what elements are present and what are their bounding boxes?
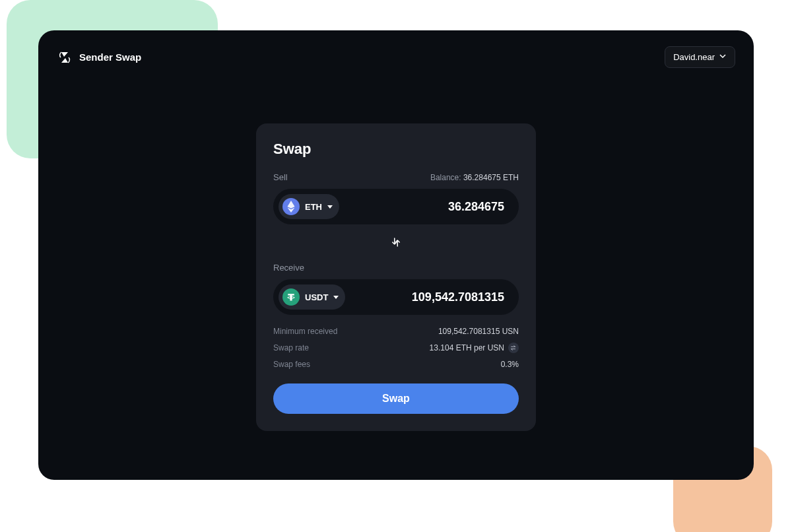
receive-token-selector[interactable]: USDT xyxy=(279,284,345,310)
swap-fees-row: Swap fees 0.3% xyxy=(273,360,519,369)
swap-direction-button[interactable] xyxy=(387,234,405,253)
receive-section-head: Receive xyxy=(273,263,519,273)
sell-amount[interactable]: 36.284675 xyxy=(448,200,513,214)
app-header: Sender Swap David.near xyxy=(57,46,735,68)
swap-card: Swap Sell Balance: 36.284675 ETH ETH 36.… xyxy=(256,123,536,431)
receive-token-row: USDT 109,542.7081315 xyxy=(273,279,519,315)
app-title: Sender Swap xyxy=(79,51,141,63)
app-logo-icon xyxy=(57,50,73,65)
balance-value: 36.284675 ETH xyxy=(463,173,519,182)
ethereum-icon xyxy=(282,198,300,215)
swap-horizontal-icon xyxy=(510,345,517,351)
swap-button[interactable]: Swap xyxy=(273,383,519,414)
balance-prefix: Balance: xyxy=(430,173,463,182)
swap-arrows-icon xyxy=(390,236,402,248)
receive-label: Receive xyxy=(273,263,304,273)
swap-fees-label: Swap fees xyxy=(273,360,310,369)
receive-amount[interactable]: 109,542.7081315 xyxy=(412,290,513,304)
swap-details: Minimum received 109,542.7081315 USN Swa… xyxy=(273,327,519,369)
min-received-label: Minimum received xyxy=(273,327,337,336)
sell-token-symbol: ETH xyxy=(305,202,322,212)
balance-text: Balance: 36.284675 ETH xyxy=(430,173,519,182)
swap-direction-wrap xyxy=(273,234,519,253)
account-selector[interactable]: David.near xyxy=(665,46,735,68)
min-received-value: 109,542.7081315 USN xyxy=(438,327,519,336)
app-window: Sender Swap David.near Swap Sell Balance… xyxy=(38,30,754,480)
sell-token-row: ETH 36.284675 xyxy=(273,189,519,224)
swap-rate-row: Swap rate 13.104 ETH per USN xyxy=(273,343,519,353)
sell-section-head: Sell Balance: 36.284675 ETH xyxy=(273,172,519,182)
card-title: Swap xyxy=(273,141,519,158)
rate-toggle-button[interactable] xyxy=(508,343,519,353)
caret-down-icon xyxy=(333,296,339,299)
receive-token-symbol: USDT xyxy=(305,292,328,302)
account-label: David.near xyxy=(673,52,715,62)
logo-group: Sender Swap xyxy=(57,50,141,65)
caret-down-icon xyxy=(327,205,333,209)
sell-label: Sell xyxy=(273,172,288,182)
sell-token-selector[interactable]: ETH xyxy=(279,194,339,219)
min-received-row: Minimum received 109,542.7081315 USN xyxy=(273,327,519,336)
chevron-down-icon xyxy=(719,52,727,62)
tether-icon xyxy=(282,288,300,306)
swap-rate-value: 13.104 ETH per USN xyxy=(430,343,504,352)
swap-rate-label: Swap rate xyxy=(273,343,309,352)
swap-fees-value: 0.3% xyxy=(501,360,519,369)
